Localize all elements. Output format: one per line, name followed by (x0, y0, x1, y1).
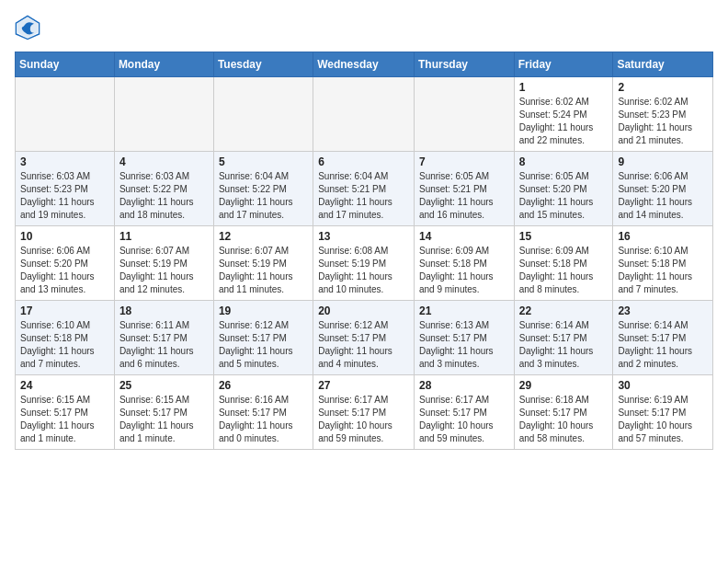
day-number: 20 (318, 304, 409, 317)
day-cell (313, 77, 415, 152)
day-cell: 17Sunrise: 6:10 AM Sunset: 5:18 PM Dayli… (16, 301, 115, 375)
day-info: Sunrise: 6:13 AM Sunset: 5:17 PM Dayligh… (419, 319, 509, 371)
day-info: Sunrise: 6:03 AM Sunset: 5:23 PM Dayligh… (20, 170, 109, 222)
header-row: SundayMondayTuesdayWednesdayThursdayFrid… (16, 52, 713, 77)
day-cell: 8Sunrise: 6:05 AM Sunset: 5:20 PM Daylig… (514, 152, 613, 226)
day-info: Sunrise: 6:11 AM Sunset: 5:17 PM Dayligh… (119, 319, 209, 371)
day-info: Sunrise: 6:03 AM Sunset: 5:22 PM Dayligh… (119, 170, 209, 222)
day-cell: 13Sunrise: 6:08 AM Sunset: 5:19 PM Dayli… (313, 226, 415, 301)
day-cell: 28Sunrise: 6:17 AM Sunset: 5:17 PM Dayli… (414, 375, 514, 450)
week-row-2: 3Sunrise: 6:03 AM Sunset: 5:23 PM Daylig… (16, 152, 713, 226)
day-number: 4 (119, 155, 209, 168)
day-info: Sunrise: 6:19 AM Sunset: 5:17 PM Dayligh… (618, 394, 708, 445)
day-cell: 24Sunrise: 6:15 AM Sunset: 5:17 PM Dayli… (16, 375, 115, 450)
header-cell-tuesday: Tuesday (213, 52, 313, 77)
day-info: Sunrise: 6:10 AM Sunset: 5:18 PM Dayligh… (20, 319, 109, 371)
day-cell: 27Sunrise: 6:17 AM Sunset: 5:17 PM Dayli… (313, 375, 415, 450)
day-info: Sunrise: 6:17 AM Sunset: 5:17 PM Dayligh… (419, 394, 509, 445)
day-cell: 15Sunrise: 6:09 AM Sunset: 5:18 PM Dayli… (514, 226, 613, 301)
day-number: 7 (419, 155, 509, 168)
day-number: 29 (519, 379, 609, 392)
day-number: 19 (219, 304, 308, 317)
day-number: 18 (119, 304, 209, 317)
day-cell: 29Sunrise: 6:18 AM Sunset: 5:17 PM Dayli… (514, 375, 613, 450)
day-info: Sunrise: 6:15 AM Sunset: 5:17 PM Dayligh… (119, 394, 209, 445)
day-info: Sunrise: 6:02 AM Sunset: 5:23 PM Dayligh… (618, 96, 708, 147)
day-info: Sunrise: 6:12 AM Sunset: 5:17 PM Dayligh… (318, 319, 409, 371)
calendar-table: SundayMondayTuesdayWednesdayThursdayFrid… (15, 52, 713, 450)
day-number: 8 (519, 155, 609, 168)
day-number: 12 (219, 230, 308, 243)
day-info: Sunrise: 6:16 AM Sunset: 5:17 PM Dayligh… (219, 394, 308, 445)
day-cell: 6Sunrise: 6:04 AM Sunset: 5:21 PM Daylig… (313, 152, 415, 226)
day-info: Sunrise: 6:07 AM Sunset: 5:19 PM Dayligh… (219, 245, 308, 296)
day-number: 27 (318, 379, 409, 392)
day-info: Sunrise: 6:07 AM Sunset: 5:19 PM Dayligh… (119, 245, 209, 296)
week-row-5: 24Sunrise: 6:15 AM Sunset: 5:17 PM Dayli… (16, 375, 713, 450)
day-info: Sunrise: 6:10 AM Sunset: 5:18 PM Dayligh… (618, 245, 708, 296)
day-number: 6 (318, 155, 409, 168)
day-info: Sunrise: 6:17 AM Sunset: 5:17 PM Dayligh… (318, 394, 409, 445)
header-cell-saturday: Saturday (613, 52, 713, 77)
day-info: Sunrise: 6:04 AM Sunset: 5:21 PM Dayligh… (318, 170, 409, 222)
day-cell: 7Sunrise: 6:05 AM Sunset: 5:21 PM Daylig… (414, 152, 514, 226)
day-cell: 26Sunrise: 6:16 AM Sunset: 5:17 PM Dayli… (213, 375, 313, 450)
calendar-body: 1Sunrise: 6:02 AM Sunset: 5:24 PM Daylig… (16, 77, 713, 450)
day-number: 28 (419, 379, 509, 392)
day-cell: 30Sunrise: 6:19 AM Sunset: 5:17 PM Dayli… (613, 375, 713, 450)
day-number: 13 (318, 230, 409, 243)
day-info: Sunrise: 6:04 AM Sunset: 5:22 PM Dayligh… (219, 170, 308, 222)
day-cell: 23Sunrise: 6:14 AM Sunset: 5:17 PM Dayli… (613, 301, 713, 375)
day-info: Sunrise: 6:15 AM Sunset: 5:17 PM Dayligh… (20, 394, 109, 445)
week-row-1: 1Sunrise: 6:02 AM Sunset: 5:24 PM Daylig… (16, 77, 713, 152)
day-cell: 18Sunrise: 6:11 AM Sunset: 5:17 PM Dayli… (114, 301, 213, 375)
day-number: 11 (119, 230, 209, 243)
day-number: 10 (20, 230, 109, 243)
day-cell: 21Sunrise: 6:13 AM Sunset: 5:17 PM Dayli… (414, 301, 514, 375)
day-info: Sunrise: 6:14 AM Sunset: 5:17 PM Dayligh… (618, 319, 708, 371)
header-cell-friday: Friday (514, 52, 613, 77)
day-number: 9 (618, 155, 708, 168)
day-info: Sunrise: 6:12 AM Sunset: 5:17 PM Dayligh… (219, 319, 308, 371)
day-cell: 2Sunrise: 6:02 AM Sunset: 5:23 PM Daylig… (613, 77, 713, 152)
day-cell (414, 77, 514, 152)
day-info: Sunrise: 6:09 AM Sunset: 5:18 PM Dayligh… (519, 245, 609, 296)
logo-icon (15, 15, 40, 40)
day-number: 24 (20, 379, 109, 392)
day-number: 23 (618, 304, 708, 317)
day-number: 14 (419, 230, 509, 243)
day-info: Sunrise: 6:05 AM Sunset: 5:20 PM Dayligh… (519, 170, 609, 222)
header-cell-monday: Monday (114, 52, 213, 77)
day-number: 16 (618, 230, 708, 243)
day-cell: 19Sunrise: 6:12 AM Sunset: 5:17 PM Dayli… (213, 301, 313, 375)
day-cell: 4Sunrise: 6:03 AM Sunset: 5:22 PM Daylig… (114, 152, 213, 226)
day-cell: 22Sunrise: 6:14 AM Sunset: 5:17 PM Dayli… (514, 301, 613, 375)
day-info: Sunrise: 6:14 AM Sunset: 5:17 PM Dayligh… (519, 319, 609, 371)
day-number: 21 (419, 304, 509, 317)
calendar-header: SundayMondayTuesdayWednesdayThursdayFrid… (16, 52, 713, 77)
header-cell-sunday: Sunday (16, 52, 115, 77)
day-cell: 12Sunrise: 6:07 AM Sunset: 5:19 PM Dayli… (213, 226, 313, 301)
day-cell: 1Sunrise: 6:02 AM Sunset: 5:24 PM Daylig… (514, 77, 613, 152)
day-cell: 14Sunrise: 6:09 AM Sunset: 5:18 PM Dayli… (414, 226, 514, 301)
day-info: Sunrise: 6:06 AM Sunset: 5:20 PM Dayligh… (20, 245, 109, 296)
day-number: 30 (618, 379, 708, 392)
day-info: Sunrise: 6:05 AM Sunset: 5:21 PM Dayligh… (419, 170, 509, 222)
day-number: 15 (519, 230, 609, 243)
day-number: 2 (618, 81, 708, 94)
day-cell: 11Sunrise: 6:07 AM Sunset: 5:19 PM Dayli… (114, 226, 213, 301)
day-cell: 20Sunrise: 6:12 AM Sunset: 5:17 PM Dayli… (313, 301, 415, 375)
day-cell: 3Sunrise: 6:03 AM Sunset: 5:23 PM Daylig… (16, 152, 115, 226)
day-info: Sunrise: 6:06 AM Sunset: 5:20 PM Dayligh… (618, 170, 708, 222)
day-number: 26 (219, 379, 308, 392)
page-header (15, 15, 713, 40)
day-cell (213, 77, 313, 152)
day-number: 1 (519, 81, 609, 94)
header-cell-thursday: Thursday (414, 52, 514, 77)
logo (15, 15, 44, 40)
day-number: 22 (519, 304, 609, 317)
day-number: 25 (119, 379, 209, 392)
day-cell: 25Sunrise: 6:15 AM Sunset: 5:17 PM Dayli… (114, 375, 213, 450)
week-row-3: 10Sunrise: 6:06 AM Sunset: 5:20 PM Dayli… (16, 226, 713, 301)
day-info: Sunrise: 6:09 AM Sunset: 5:18 PM Dayligh… (419, 245, 509, 296)
